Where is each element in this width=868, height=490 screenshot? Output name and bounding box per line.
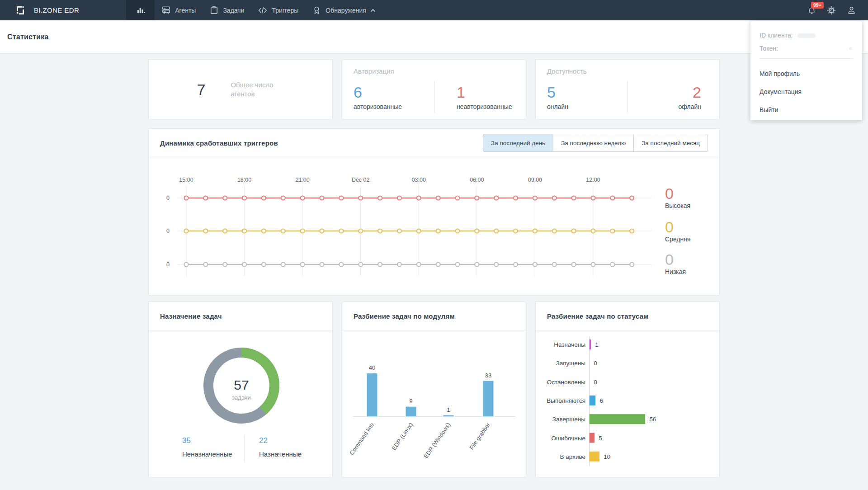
data-point-marker bbox=[184, 229, 189, 233]
status-label: Выполняются bbox=[547, 397, 585, 404]
data-point-marker bbox=[397, 196, 401, 200]
data-point-marker bbox=[475, 263, 479, 267]
data-point-marker bbox=[281, 229, 285, 233]
nav-item-tasks[interactable]: Задачи bbox=[203, 0, 251, 20]
data-point-marker bbox=[417, 196, 421, 200]
bar-value-label: 9 bbox=[409, 398, 412, 405]
detections-award-icon bbox=[312, 5, 321, 15]
status-bar-0 bbox=[590, 339, 591, 349]
data-point-marker bbox=[262, 229, 266, 233]
data-point-marker bbox=[533, 196, 537, 200]
menu-item-documentation[interactable]: Документация bbox=[760, 89, 853, 95]
legend-entry-1: 0Средняя bbox=[665, 219, 690, 243]
authorized-value: 6 bbox=[354, 84, 434, 101]
assignment-donut-svg: 57задачи bbox=[149, 330, 332, 432]
chevron-up-icon bbox=[370, 7, 376, 14]
status-bar-3 bbox=[590, 396, 595, 405]
range-button-1[interactable]: За последнюю неделю bbox=[553, 134, 634, 152]
x-tick-label: 21:00 bbox=[295, 177, 309, 183]
x-tick-label: Dec 02 bbox=[352, 177, 370, 183]
user-icon bbox=[847, 5, 856, 15]
data-point-marker bbox=[223, 229, 227, 233]
trigger-chart-title: Динамика сработавших триггеров bbox=[160, 139, 278, 147]
y-tick-label: 0 bbox=[166, 195, 170, 201]
brand[interactable]: BI.ZONE EDR bbox=[15, 0, 79, 20]
data-point-marker bbox=[514, 263, 518, 267]
card-trigger-dynamics: Динамика сработавших триггеров За послед… bbox=[148, 128, 720, 295]
nav-item-detections[interactable]: Обнаружения bbox=[305, 0, 383, 20]
data-point-marker bbox=[281, 196, 285, 200]
card-availability: Доступность 5 онлайн 2 офлайн bbox=[535, 59, 720, 119]
card-tasks-by-status: Разбиение задач по статусам Назначены1За… bbox=[535, 302, 720, 477]
data-point-marker bbox=[436, 263, 440, 267]
token-label: Токен: bbox=[760, 45, 853, 52]
data-point-marker bbox=[203, 229, 208, 233]
modules-chart-title: Разбиение задач по модулям bbox=[354, 312, 455, 320]
bar-category-label: EDR (Windows) bbox=[422, 421, 452, 459]
data-point-marker bbox=[591, 263, 595, 267]
status-value: 1 bbox=[595, 341, 599, 348]
status-label: Остановлены bbox=[547, 379, 585, 386]
legend-value: 0 bbox=[665, 251, 686, 268]
status-value: 10 bbox=[604, 453, 610, 460]
bizone-logo-icon bbox=[15, 5, 26, 16]
module-bar-3 bbox=[483, 381, 494, 416]
data-point-marker bbox=[397, 263, 401, 267]
data-point-marker bbox=[223, 196, 227, 200]
data-point-marker bbox=[320, 263, 324, 267]
data-point-marker bbox=[552, 229, 557, 233]
online-value: 5 bbox=[547, 84, 627, 101]
notifications-button[interactable]: 99+ bbox=[804, 0, 819, 20]
donut-center-value: 57 bbox=[234, 377, 249, 392]
unassigned-label: Неназначенные bbox=[182, 450, 244, 458]
tasks-clipboard-icon bbox=[209, 5, 219, 15]
card-total-agents: 7 Общее число агентов bbox=[148, 59, 333, 119]
data-point-marker bbox=[572, 196, 576, 200]
y-tick-label: 0 bbox=[166, 228, 170, 234]
legend-entry-0: 0Высокая bbox=[665, 185, 690, 209]
status-value: 6 bbox=[600, 397, 603, 404]
unauthorized-value: 1 bbox=[457, 84, 526, 101]
assignment-footer: 35 Неназначенные 22 Назначенные bbox=[149, 436, 332, 462]
bottom-cards-row: Назначение задач 57задачи 35 Неназначенн… bbox=[148, 302, 720, 477]
bar-chart-icon bbox=[136, 5, 146, 15]
modules-bar-chart-svg: 40Command line9EDR (Linux)1EDR (Windows)… bbox=[342, 330, 526, 477]
legend-value: 0 bbox=[665, 219, 690, 235]
assigned-label: Назначенные bbox=[259, 450, 302, 458]
nav-menu: Агенты Задачи Триггеры bbox=[126, 0, 383, 20]
nav-item-label: Агенты bbox=[175, 7, 196, 14]
user-menu-button[interactable] bbox=[844, 0, 859, 20]
data-point-marker bbox=[436, 229, 440, 233]
y-tick-label: 0 bbox=[166, 261, 170, 268]
data-point-marker bbox=[262, 196, 266, 200]
nav-item-agents[interactable]: Агенты bbox=[155, 0, 203, 20]
agents-server-icon bbox=[161, 5, 171, 15]
nav-item-triggers[interactable]: Триггеры bbox=[251, 0, 305, 20]
trigger-chart-area: 15:0018:0021:00Dec 0203:0006:0009:0012:0… bbox=[149, 157, 719, 295]
data-point-marker bbox=[262, 263, 266, 267]
dropdown-divider bbox=[760, 58, 853, 59]
range-button-0[interactable]: За последний день bbox=[483, 134, 553, 152]
offline-value: 2 bbox=[693, 84, 701, 101]
data-point-marker bbox=[359, 263, 363, 267]
nav-item-statistics[interactable] bbox=[126, 0, 155, 20]
status-chart-title: Разбиение задач по статусам bbox=[547, 312, 648, 320]
legend-label: Средняя bbox=[665, 236, 690, 243]
page-title: Статистика bbox=[7, 33, 48, 41]
legend-label: Низкая bbox=[665, 268, 686, 275]
bar-category-label: EDR (Linux) bbox=[391, 421, 415, 452]
x-tick-label: 15:00 bbox=[179, 177, 193, 183]
data-point-marker bbox=[320, 229, 324, 233]
settings-button[interactable] bbox=[824, 0, 839, 20]
data-point-marker bbox=[184, 196, 189, 200]
status-label: Назначены bbox=[554, 341, 585, 348]
menu-item-profile[interactable]: Мой профиль bbox=[760, 71, 853, 77]
data-point-marker bbox=[610, 229, 614, 233]
data-point-marker bbox=[301, 229, 305, 233]
data-point-marker bbox=[339, 196, 343, 200]
data-point-marker bbox=[397, 229, 401, 233]
unauthorized-label: неавторизованные bbox=[457, 103, 526, 110]
client-id-label: ID клиента: bbox=[760, 32, 853, 39]
menu-item-logout[interactable]: Выйти bbox=[760, 107, 853, 113]
range-button-2[interactable]: За последний месяц bbox=[633, 134, 708, 152]
